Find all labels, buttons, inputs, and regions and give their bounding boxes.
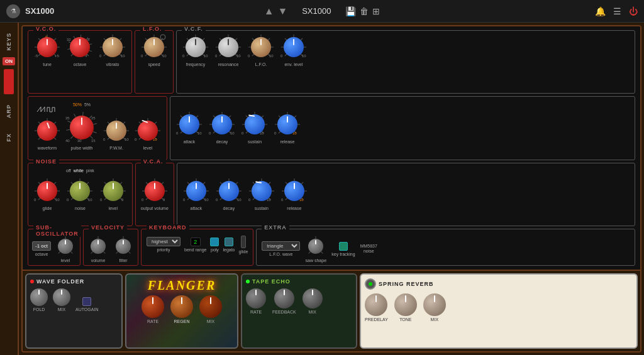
spring-reverb-panel: SPRING REVERB PREDELAY TONE — [360, 273, 638, 349]
sub-oct-button[interactable]: -1 oct — [32, 241, 51, 251]
sr-predelay-wrap: PREDELAY — [365, 293, 388, 322]
svg-text:0: 0 — [34, 198, 36, 202]
vel-volume-knob[interactable] — [91, 239, 106, 254]
noise-level-knob[interactable] — [103, 181, 123, 201]
sr-mix-knob[interactable] — [423, 293, 446, 316]
glide-toggle[interactable] — [241, 236, 246, 248]
svg-text:10: 10 — [236, 54, 241, 58]
tab-fx[interactable]: FX — [3, 129, 14, 146]
noise-white[interactable]: white — [74, 168, 84, 173]
vcf-lfo-knob[interactable] — [251, 37, 271, 57]
vel-volume-knob-wrap: volume — [87, 236, 109, 263]
te-feedback-label: FEEDBACK — [272, 310, 296, 314]
tab-on[interactable]: ON — [3, 57, 15, 65]
tune-knob[interactable] — [37, 37, 57, 57]
poly-button[interactable] — [210, 238, 219, 246]
svg-text:+5: +5 — [55, 54, 60, 58]
env-level-knob-container: 0 10 — [280, 33, 308, 61]
flanger-regen-knob[interactable] — [170, 295, 193, 318]
output-volume-knob-wrap: 0 9 output volume — [141, 166, 169, 210]
power-icon[interactable]: ⏻ — [629, 6, 638, 16]
lfo-wave-dropdown[interactable]: triangle sine square sawtooth — [262, 241, 300, 251]
svg-text:10: 10 — [204, 54, 208, 58]
env-vca-section: 0 10 attack — [177, 163, 635, 226]
grid-icon[interactable]: ⊞ — [372, 6, 380, 16]
arrow-down-icon[interactable]: ▼ — [278, 6, 288, 17]
vca-release-knob[interactable] — [284, 181, 304, 201]
vcf-lfo-knob-container: 0 10 — [247, 33, 275, 61]
key-tracking-toggle[interactable] — [339, 242, 348, 251]
waveform-icons — [36, 104, 58, 114]
glide-knob[interactable] — [37, 181, 57, 201]
pwm-knob-wrap: 0 10 P.W.M. — [103, 106, 130, 150]
te-feedback-knob[interactable] — [274, 288, 294, 309]
tab-keys[interactable]: KEYS — [3, 29, 14, 55]
sr-tone-label: TONE — [399, 317, 411, 322]
sr-tone-knob[interactable] — [394, 293, 417, 316]
row3: NOISE — [28, 163, 635, 226]
sr-predelay-knob[interactable] — [365, 293, 387, 316]
wf-fold-knob[interactable] — [30, 288, 48, 306]
wf-fold-label: FOLD — [33, 307, 45, 312]
noise-type-label: noise — [75, 206, 86, 210]
env-level-knob[interactable] — [284, 37, 304, 57]
sub-level-knob[interactable] — [58, 239, 73, 254]
save-icon[interactable]: 💾 — [345, 6, 356, 16]
pulsewidth-label: pulse width — [70, 146, 92, 150]
row1: V.C.O. — [28, 30, 635, 94]
vel-filter-knob[interactable] — [116, 239, 131, 254]
svg-text:10: 10 — [197, 131, 202, 135]
delete-icon[interactable]: 🗑 — [360, 6, 369, 16]
noise-knobs: 0 10 glide o — [33, 166, 127, 210]
priority-dropdown[interactable]: highest lowest last — [147, 237, 180, 246]
vca-attack-knob[interactable] — [186, 181, 206, 201]
noise-pink[interactable]: pink — [86, 168, 94, 173]
legato-button[interactable] — [225, 238, 233, 246]
wf-autogain-toggle[interactable] — [82, 297, 91, 306]
frequency-knob[interactable] — [186, 37, 206, 57]
svg-text:0: 0 — [274, 131, 277, 135]
te-rate-knob[interactable] — [246, 288, 266, 309]
vca-decay-knob-wrap: 0 10 decay — [215, 166, 243, 210]
svg-text:32: 32 — [67, 38, 71, 41]
noise-knob[interactable] — [70, 181, 90, 201]
vca-sustain-knob[interactable] — [252, 181, 272, 201]
vcf-release-knob-wrap: 0 10 release — [274, 99, 301, 144]
env-vca-knobs: 0 10 attack — [182, 166, 630, 210]
svg-line-235 — [321, 251, 323, 253]
tab-arp[interactable]: ARP — [3, 101, 14, 122]
vcf-sustain-label: sustain — [248, 139, 262, 144]
res-knob-container: 0 10 — [214, 33, 242, 61]
wavefolder-knobs: FOLD MIX AUTOGAIN — [30, 288, 118, 312]
svg-text:0: 0 — [281, 198, 284, 202]
main-container: KEYS ON ARP FX V.C.O. — [0, 23, 644, 355]
svg-text:10: 10 — [302, 54, 306, 58]
menu-icon[interactable]: ☰ — [613, 6, 621, 16]
flanger-mix-knob[interactable] — [199, 295, 222, 318]
te-mix-knob[interactable] — [303, 288, 323, 309]
svg-text:10: 10 — [125, 138, 129, 141]
resonance-knob[interactable] — [218, 37, 238, 57]
mm5837-label: MM5837noise — [360, 244, 377, 254]
vca-decay-label: decay — [223, 206, 235, 210]
flanger-rate-knob[interactable] — [142, 295, 164, 318]
vca-decay-knob[interactable] — [219, 181, 239, 201]
octave-knob[interactable] — [70, 37, 90, 57]
vcf-decay-knob-wrap: 0 10 decay — [208, 99, 236, 144]
speed-label: speed — [148, 62, 160, 67]
vibrato-label: vibrato — [106, 62, 119, 67]
wf-mix-knob[interactable] — [53, 288, 70, 306]
title-center: ▲ ▼ SX1000 💾 🗑 ⊞ — [264, 6, 380, 17]
bell-icon[interactable]: 🔔 — [595, 6, 606, 16]
extra-label: EXTRA — [262, 224, 289, 231]
speed-knob[interactable] — [144, 37, 164, 57]
vibrato-knob[interactable] — [103, 37, 123, 57]
vcf-attack-label: attack — [184, 139, 196, 144]
output-volume-knob[interactable] — [145, 181, 165, 201]
svg-text:25: 25 — [91, 116, 96, 120]
svg-text:10: 10 — [162, 54, 167, 58]
svg-text:0: 0 — [248, 198, 251, 202]
arrow-up-icon[interactable]: ▲ — [264, 6, 274, 17]
velocity-section: VELOCITY — [83, 229, 138, 266]
noise-off[interactable]: off — [66, 168, 71, 173]
